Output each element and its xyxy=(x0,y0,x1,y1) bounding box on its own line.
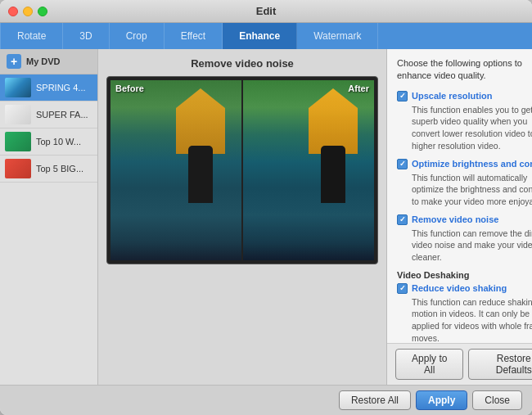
option-upscale-label: Upscale resolution xyxy=(397,91,532,101)
right-bottom-buttons: Apply to All Restore Defaults xyxy=(387,343,532,385)
item-name-top5: Top 5 BIG... xyxy=(36,164,83,174)
minimize-traffic-light[interactable] xyxy=(23,7,33,16)
after-image xyxy=(243,80,374,260)
deshaking-section-label: Video Deshaking xyxy=(397,270,532,280)
sidebar-item-super[interactable]: SUPER FA... xyxy=(0,101,97,129)
apply-button[interactable]: Apply xyxy=(416,390,467,410)
after-label: After xyxy=(348,83,369,93)
tab-enhance[interactable]: Enhance xyxy=(223,23,297,49)
checkbox-noise[interactable] xyxy=(397,214,408,225)
checkbox-brightness[interactable] xyxy=(397,159,408,169)
option-noise-desc: This function can remove the dirt-like v… xyxy=(397,228,532,264)
traffic-lights xyxy=(8,7,47,16)
option-brightness-title: Optimize brightness and contrast xyxy=(412,159,532,169)
sidebar-items: SPRING 4... SUPER FA... Top 10 W... Top … xyxy=(0,74,97,385)
option-upscale: Upscale resolution This function enables… xyxy=(397,91,532,152)
main-window: Edit Rotate 3D Crop Effect Enhance Water… xyxy=(0,0,532,415)
tab-watermark[interactable]: Watermark xyxy=(297,23,378,49)
right-panel: Choose the following options to enhance … xyxy=(387,49,532,385)
preview-after: After xyxy=(243,80,374,260)
checkbox-deshake[interactable] xyxy=(397,283,408,294)
main-content: + My DVD SPRING 4... SUPER FA... Top 10 … xyxy=(0,49,532,385)
option-deshake: Reduce video shaking This function can r… xyxy=(397,283,532,343)
tab-3d[interactable]: 3D xyxy=(63,23,109,49)
option-upscale-title: Upscale resolution xyxy=(412,91,492,101)
item-name-spring: SPRING 4... xyxy=(36,83,86,92)
sidebar: + My DVD SPRING 4... SUPER FA... Top 10 … xyxy=(0,49,98,385)
sidebar-item-spring[interactable]: SPRING 4... xyxy=(0,74,97,101)
close-button[interactable]: Close xyxy=(472,390,522,410)
before-label: Before xyxy=(115,83,144,93)
item-thumb-top5 xyxy=(5,159,31,178)
window-title: Edit xyxy=(256,5,277,17)
center-panel: Remove video noise Before After xyxy=(98,49,387,385)
preview-before: Before xyxy=(110,80,241,260)
before-image xyxy=(110,80,241,260)
sidebar-header-label: My DVD xyxy=(26,56,61,66)
add-button[interactable]: + xyxy=(7,54,21,69)
option-noise-title: Remove video noise xyxy=(412,214,498,224)
maximize-traffic-light[interactable] xyxy=(38,7,47,16)
tab-bar: Rotate 3D Crop Effect Enhance Watermark xyxy=(0,23,532,49)
apply-to-all-button[interactable]: Apply to All xyxy=(395,349,463,380)
item-thumb-top10 xyxy=(5,132,31,151)
option-brightness: Optimize brightness and contrast This fu… xyxy=(397,159,532,208)
title-bar: Edit xyxy=(0,0,532,23)
option-noise-label: Remove video noise xyxy=(397,214,532,225)
close-traffic-light[interactable] xyxy=(8,7,18,16)
tab-rotate[interactable]: Rotate xyxy=(0,23,63,49)
tab-effect[interactable]: Effect xyxy=(165,23,223,49)
tab-crop[interactable]: Crop xyxy=(110,23,165,49)
right-content: Choose the following options to enhance … xyxy=(387,49,532,343)
restore-all-button[interactable]: Restore All xyxy=(339,390,411,410)
window-bottom: Restore All Apply Close xyxy=(0,385,532,415)
restore-defaults-button[interactable]: Restore Defaults xyxy=(468,349,532,380)
checkbox-upscale[interactable] xyxy=(397,91,408,101)
preview-title: Remove video noise xyxy=(191,57,294,70)
option-brightness-label: Optimize brightness and contrast xyxy=(397,159,532,169)
sidebar-item-top5[interactable]: Top 5 BIG... xyxy=(0,156,97,183)
option-noise: Remove video noise This function can rem… xyxy=(397,214,532,264)
option-deshake-desc: This function can reduce shaking motion … xyxy=(397,296,532,343)
option-upscale-desc: This function enables you to get superb … xyxy=(397,104,532,152)
option-deshake-title: Reduce video shaking xyxy=(412,283,507,293)
option-deshake-label: Reduce video shaking xyxy=(397,283,532,294)
item-name-top10: Top 10 W... xyxy=(36,137,81,147)
preview-container: Before After xyxy=(106,76,378,264)
enhance-intro: Choose the following options to enhance … xyxy=(397,57,532,83)
item-thumb-spring xyxy=(5,78,31,97)
option-brightness-desc: This function will automatically optimiz… xyxy=(397,172,532,208)
sidebar-header: + My DVD xyxy=(0,49,97,74)
item-name-super: SUPER FA... xyxy=(36,110,88,120)
sidebar-item-top10[interactable]: Top 10 W... xyxy=(0,129,97,156)
item-thumb-super xyxy=(5,105,31,124)
